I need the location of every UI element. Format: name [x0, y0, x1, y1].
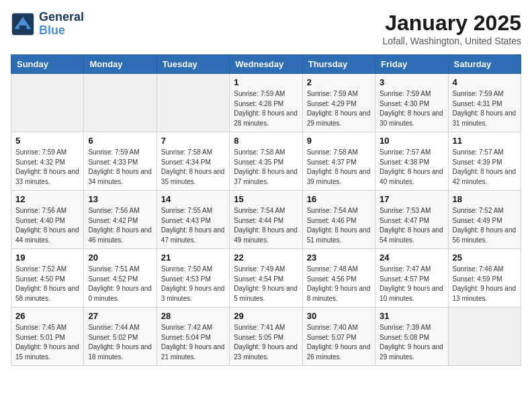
day-number: 13 — [88, 194, 152, 204]
day-cell: 11Sunrise: 7:57 AMSunset: 4:39 PMDayligh… — [448, 132, 521, 191]
day-number: 25 — [453, 253, 517, 263]
day-info: Sunrise: 7:59 AMSunset: 4:32 PMDaylight:… — [15, 148, 79, 187]
day-info: Sunrise: 7:56 AMSunset: 4:40 PMDaylight:… — [15, 206, 79, 245]
day-info: Sunrise: 7:58 AMSunset: 4:37 PMDaylight:… — [307, 148, 371, 187]
day-number: 14 — [161, 194, 225, 204]
day-cell — [11, 74, 84, 132]
day-number: 18 — [453, 194, 517, 204]
day-number: 27 — [88, 311, 152, 321]
week-row-5: 26Sunrise: 7:45 AMSunset: 5:01 PMDayligh… — [11, 308, 521, 366]
day-cell: 18Sunrise: 7:52 AMSunset: 4:49 PMDayligh… — [448, 191, 521, 249]
day-info: Sunrise: 7:44 AMSunset: 5:02 PMDaylight:… — [88, 323, 152, 362]
day-info: Sunrise: 7:52 AMSunset: 4:50 PMDaylight:… — [15, 265, 79, 304]
day-info: Sunrise: 7:49 AMSunset: 4:54 PMDaylight:… — [234, 265, 298, 304]
day-number: 31 — [380, 311, 443, 321]
svg-rect-2 — [19, 26, 27, 30]
day-cell — [157, 74, 229, 132]
day-number: 9 — [307, 136, 371, 146]
day-info: Sunrise: 7:58 AMSunset: 4:35 PMDaylight:… — [234, 148, 298, 187]
day-number: 29 — [234, 311, 298, 321]
day-number: 16 — [307, 194, 371, 204]
day-info: Sunrise: 7:42 AMSunset: 5:04 PMDaylight:… — [161, 323, 225, 362]
logo-text: General Blue — [39, 11, 84, 38]
day-info: Sunrise: 7:40 AMSunset: 5:07 PMDaylight:… — [307, 323, 371, 362]
day-info: Sunrise: 7:51 AMSunset: 4:52 PMDaylight:… — [88, 265, 152, 304]
day-cell: 23Sunrise: 7:48 AMSunset: 4:56 PMDayligh… — [302, 249, 375, 308]
day-cell: 22Sunrise: 7:49 AMSunset: 4:54 PMDayligh… — [230, 249, 302, 308]
day-cell: 30Sunrise: 7:40 AMSunset: 5:07 PMDayligh… — [302, 308, 375, 366]
month-title: January 2025 — [383, 11, 522, 36]
day-info: Sunrise: 7:58 AMSunset: 4:34 PMDaylight:… — [161, 148, 225, 187]
day-info: Sunrise: 7:57 AMSunset: 4:39 PMDaylight:… — [453, 148, 517, 187]
day-cell: 29Sunrise: 7:41 AMSunset: 5:05 PMDayligh… — [230, 308, 302, 366]
day-cell: 3Sunrise: 7:59 AMSunset: 4:30 PMDaylight… — [375, 74, 448, 132]
day-cell: 5Sunrise: 7:59 AMSunset: 4:32 PMDaylight… — [11, 132, 84, 191]
day-info: Sunrise: 7:47 AMSunset: 4:57 PMDaylight:… — [380, 265, 443, 304]
day-info: Sunrise: 7:57 AMSunset: 4:38 PMDaylight:… — [380, 148, 443, 187]
day-number: 1 — [234, 77, 298, 87]
weekday-header-thursday: Thursday — [302, 55, 375, 74]
day-number: 10 — [380, 136, 443, 146]
day-cell: 25Sunrise: 7:46 AMSunset: 4:59 PMDayligh… — [448, 249, 521, 308]
day-number: 15 — [234, 194, 298, 204]
weekday-header-monday: Monday — [84, 55, 157, 74]
day-number: 20 — [88, 253, 152, 263]
day-cell: 16Sunrise: 7:54 AMSunset: 4:46 PMDayligh… — [302, 191, 375, 249]
location: Lofall, Washington, United States — [383, 36, 522, 46]
title-block: January 2025 Lofall, Washington, United … — [383, 11, 522, 46]
logo: General Blue — [11, 11, 84, 38]
day-info: Sunrise: 7:39 AMSunset: 5:08 PMDaylight:… — [380, 323, 443, 362]
day-number: 4 — [453, 77, 517, 87]
page-header: General Blue January 2025 Lofall, Washin… — [11, 11, 521, 46]
day-number: 23 — [307, 253, 371, 263]
day-info: Sunrise: 7:50 AMSunset: 4:53 PMDaylight:… — [161, 265, 225, 304]
day-number: 3 — [380, 77, 443, 87]
day-cell: 26Sunrise: 7:45 AMSunset: 5:01 PMDayligh… — [11, 308, 84, 366]
day-info: Sunrise: 7:53 AMSunset: 4:47 PMDaylight:… — [380, 206, 443, 245]
day-cell: 1Sunrise: 7:59 AMSunset: 4:28 PMDaylight… — [230, 74, 302, 132]
day-info: Sunrise: 7:59 AMSunset: 4:28 PMDaylight:… — [234, 89, 298, 128]
weekday-header-wednesday: Wednesday — [230, 55, 302, 74]
day-number: 12 — [15, 194, 79, 204]
day-info: Sunrise: 7:59 AMSunset: 4:30 PMDaylight:… — [380, 89, 443, 128]
day-info: Sunrise: 7:54 AMSunset: 4:46 PMDaylight:… — [307, 206, 371, 245]
week-row-2: 5Sunrise: 7:59 AMSunset: 4:32 PMDaylight… — [11, 132, 521, 191]
day-number: 21 — [161, 253, 225, 263]
day-number: 28 — [161, 311, 225, 321]
day-number: 24 — [380, 253, 443, 263]
weekday-header-friday: Friday — [375, 55, 448, 74]
day-cell: 8Sunrise: 7:58 AMSunset: 4:35 PMDaylight… — [230, 132, 302, 191]
day-cell — [84, 74, 157, 132]
day-info: Sunrise: 7:59 AMSunset: 4:31 PMDaylight:… — [453, 89, 517, 128]
day-number: 5 — [15, 136, 79, 146]
week-row-1: 1Sunrise: 7:59 AMSunset: 4:28 PMDaylight… — [11, 74, 521, 132]
day-info: Sunrise: 7:48 AMSunset: 4:56 PMDaylight:… — [307, 265, 371, 304]
day-number: 17 — [380, 194, 443, 204]
day-number: 22 — [234, 253, 298, 263]
day-cell: 6Sunrise: 7:59 AMSunset: 4:33 PMDaylight… — [84, 132, 157, 191]
calendar-table: SundayMondayTuesdayWednesdayThursdayFrid… — [11, 54, 521, 366]
day-info: Sunrise: 7:54 AMSunset: 4:44 PMDaylight:… — [234, 206, 298, 245]
weekday-header-tuesday: Tuesday — [157, 55, 229, 74]
day-cell: 14Sunrise: 7:55 AMSunset: 4:43 PMDayligh… — [157, 191, 229, 249]
day-cell: 7Sunrise: 7:58 AMSunset: 4:34 PMDaylight… — [157, 132, 229, 191]
day-cell: 2Sunrise: 7:59 AMSunset: 4:29 PMDaylight… — [302, 74, 375, 132]
day-cell: 28Sunrise: 7:42 AMSunset: 5:04 PMDayligh… — [157, 308, 229, 366]
logo-icon — [11, 12, 35, 36]
day-cell: 21Sunrise: 7:50 AMSunset: 4:53 PMDayligh… — [157, 249, 229, 308]
day-number: 7 — [161, 136, 225, 146]
day-info: Sunrise: 7:59 AMSunset: 4:29 PMDaylight:… — [307, 89, 371, 128]
day-info: Sunrise: 7:52 AMSunset: 4:49 PMDaylight:… — [453, 206, 517, 245]
day-cell: 27Sunrise: 7:44 AMSunset: 5:02 PMDayligh… — [84, 308, 157, 366]
day-info: Sunrise: 7:59 AMSunset: 4:33 PMDaylight:… — [88, 148, 152, 187]
day-cell: 17Sunrise: 7:53 AMSunset: 4:47 PMDayligh… — [375, 191, 448, 249]
day-number: 6 — [88, 136, 152, 146]
day-cell: 31Sunrise: 7:39 AMSunset: 5:08 PMDayligh… — [375, 308, 448, 366]
day-cell: 24Sunrise: 7:47 AMSunset: 4:57 PMDayligh… — [375, 249, 448, 308]
day-number: 26 — [15, 311, 79, 321]
weekday-header-saturday: Saturday — [448, 55, 521, 74]
day-cell: 12Sunrise: 7:56 AMSunset: 4:40 PMDayligh… — [11, 191, 84, 249]
day-number: 19 — [15, 253, 79, 263]
day-info: Sunrise: 7:56 AMSunset: 4:42 PMDaylight:… — [88, 206, 152, 245]
day-info: Sunrise: 7:41 AMSunset: 5:05 PMDaylight:… — [234, 323, 298, 362]
